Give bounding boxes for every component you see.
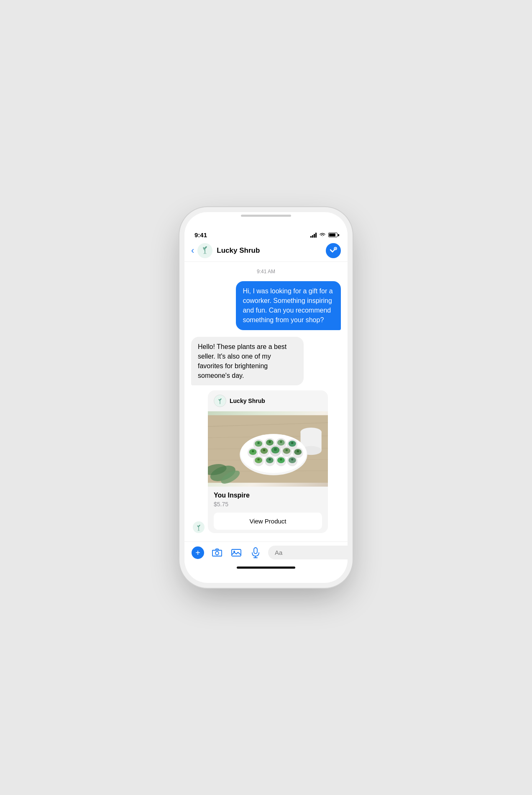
svg-point-47 [257,459,259,461]
svg-rect-60 [254,548,257,554]
svg-point-26 [280,441,282,443]
view-product-button[interactable]: View Product [214,513,322,530]
svg-point-32 [252,450,254,452]
nav-title: Lucky Shrub [217,246,326,255]
battery-icon [328,233,338,237]
product-info: You Inspire $5.75 View Product [208,487,328,533]
checkmark-icon [330,247,337,254]
svg-point-38 [274,448,277,451]
product-card: Lucky Shrub [208,390,328,533]
status-icons [310,232,338,238]
plus-icon: + [192,546,204,559]
svg-point-50 [269,459,271,461]
outgoing-message: Hi, I was looking for a gift for a cowor… [191,281,341,330]
svg-point-29 [291,442,293,444]
svg-point-23 [269,441,271,443]
image-icon [231,548,242,557]
product-price: $5.75 [214,501,322,508]
microphone-button[interactable] [249,546,262,559]
product-card-header: Lucky Shrub [208,390,328,411]
message-input[interactable] [268,546,348,559]
status-time: 9:41 [194,231,207,238]
svg-point-44 [297,450,299,452]
svg-point-2 [335,248,336,249]
outgoing-bubble: Hi, I was looking for a gift for a cowor… [236,281,341,330]
chat-timestamp: 9:41 AM [191,269,341,274]
svg-point-0 [203,253,207,254]
card-shop-name: Lucky Shrub [230,398,265,404]
product-image [208,411,328,487]
svg-point-53 [280,459,282,461]
svg-point-56 [291,459,293,461]
incoming-bubble: Hello! These plants are a best seller. I… [191,337,304,386]
plant-icon [201,245,209,256]
image-button[interactable] [230,546,243,559]
nav-avatar [197,243,212,258]
bot-avatar-small [193,521,205,533]
svg-rect-58 [232,549,241,556]
svg-point-3 [197,530,200,531]
product-card-row: Lucky Shrub [191,390,341,533]
svg-point-57 [215,551,219,555]
camera-icon [212,548,223,557]
svg-point-41 [286,449,288,451]
svg-point-20 [257,442,259,444]
phone-notch [184,212,348,231]
svg-point-35 [263,449,265,451]
back-button[interactable]: ‹ [191,246,197,255]
home-bar [237,567,295,569]
home-indicator [184,563,348,570]
card-shop-avatar [214,395,226,407]
status-bar: 9:41 [184,231,348,240]
phone-frame: 9:41 ‹ [184,212,348,583]
signal-bars-icon [310,233,317,238]
product-name: You Inspire [214,492,322,499]
nav-bar: ‹ Lucky Shrub [184,240,348,262]
incoming-message: Hello! These plants are a best seller. I… [191,337,341,386]
action-button[interactable] [326,243,341,258]
microphone-icon [251,547,260,558]
toolbar: + [184,541,348,563]
chat-area: 9:41 AM Hi, I was looking for a gift for… [184,262,348,542]
wifi-icon [319,232,326,238]
add-button[interactable]: + [191,546,205,559]
notch-pill [241,215,291,217]
camera-button[interactable] [210,546,224,559]
